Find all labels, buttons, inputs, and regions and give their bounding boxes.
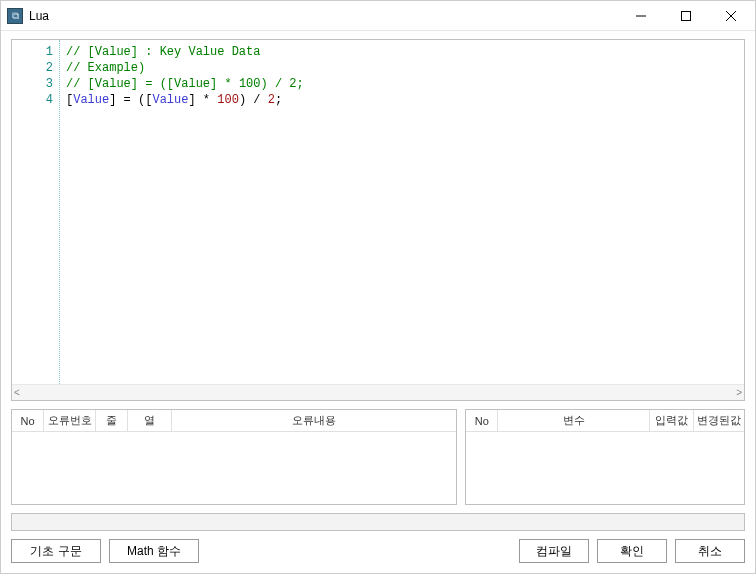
ok-button[interactable]: 확인 — [597, 539, 667, 563]
code-editor-frame: 1234 // [Value] : Key Value Data// Examp… — [11, 39, 745, 401]
math-function-button[interactable]: Math 함수 — [109, 539, 199, 563]
close-button[interactable] — [708, 2, 753, 30]
basic-syntax-button[interactable]: 기초 구문 — [11, 539, 101, 563]
app-icon: ⧉ — [7, 8, 23, 24]
code-line[interactable]: // [Value] = ([Value] * 100) / 2; — [66, 76, 304, 92]
titlebar: ⧉ Lua — [1, 1, 755, 31]
error-col-col[interactable]: 열 — [128, 410, 172, 431]
window-controls — [618, 2, 753, 30]
window-title: Lua — [29, 9, 618, 23]
editor-horizontal-scrollbar[interactable]: < > — [12, 384, 744, 400]
error-table-header: No 오류번호 줄 열 오류내용 — [12, 410, 456, 432]
line-number-gutter: 1234 — [12, 40, 60, 384]
var-col-changed[interactable]: 변경된값 — [694, 410, 744, 431]
cancel-button[interactable]: 취소 — [675, 539, 745, 563]
line-number: 4 — [16, 92, 53, 108]
line-number: 1 — [16, 44, 53, 60]
compile-button[interactable]: 컴파일 — [519, 539, 589, 563]
error-table[interactable]: No 오류번호 줄 열 오류내용 — [11, 409, 457, 505]
code-line[interactable]: // [Value] : Key Value Data — [66, 44, 304, 60]
error-col-no[interactable]: No — [12, 410, 44, 431]
code-line[interactable]: [Value] = ([Value] * 100) / 2; — [66, 92, 304, 108]
variable-table[interactable]: No 변수 입력값 변경된값 — [465, 409, 745, 505]
button-spacer — [207, 539, 511, 563]
line-number: 2 — [16, 60, 53, 76]
line-number: 3 — [16, 76, 53, 92]
scroll-right-icon[interactable]: > — [736, 387, 742, 398]
error-col-line[interactable]: 줄 — [96, 410, 128, 431]
maximize-button[interactable] — [663, 2, 708, 30]
content-area: 1234 // [Value] : Key Value Data// Examp… — [1, 31, 755, 573]
code-editor[interactable]: 1234 // [Value] : Key Value Data// Examp… — [12, 40, 744, 384]
status-bar — [11, 513, 745, 531]
scroll-left-icon[interactable]: < — [14, 387, 20, 398]
variable-table-header: No 변수 입력값 변경된값 — [466, 410, 744, 432]
error-col-errno[interactable]: 오류번호 — [44, 410, 96, 431]
error-col-msg[interactable]: 오류내용 — [172, 410, 456, 431]
var-col-var[interactable]: 변수 — [498, 410, 650, 431]
tables-row: No 오류번호 줄 열 오류내용 No 변수 입력값 변경된값 — [11, 409, 745, 505]
code-line[interactable]: // Example) — [66, 60, 304, 76]
var-col-no[interactable]: No — [466, 410, 498, 431]
button-row: 기초 구문 Math 함수 컴파일 확인 취소 — [11, 539, 745, 563]
code-content[interactable]: // [Value] : Key Value Data// Example)//… — [60, 40, 310, 384]
svg-rect-1 — [681, 11, 690, 20]
variable-table-body — [466, 432, 744, 504]
minimize-button[interactable] — [618, 2, 663, 30]
error-table-body — [12, 432, 456, 504]
var-col-input[interactable]: 입력값 — [650, 410, 694, 431]
